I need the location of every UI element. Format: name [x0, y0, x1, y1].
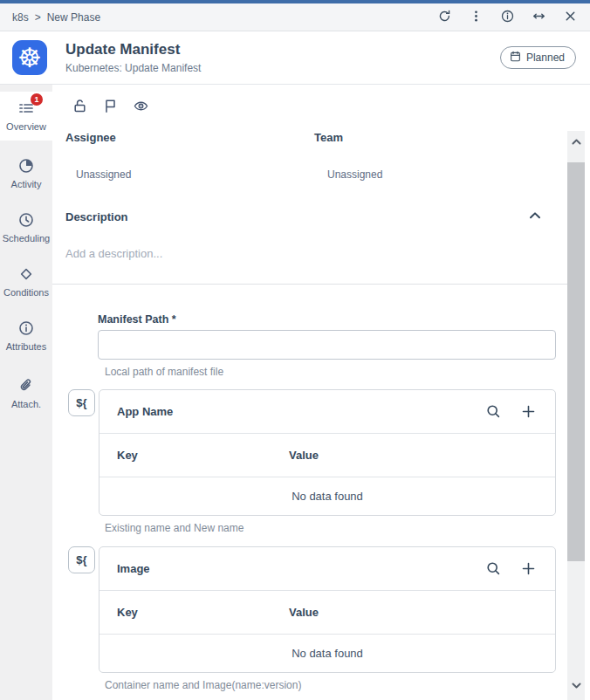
vertical-scrollbar[interactable] [567, 131, 585, 700]
search-button[interactable] [486, 404, 501, 419]
assignee-label: Assignee [65, 131, 116, 144]
sidebar-item-label: Conditions [3, 287, 49, 298]
status-badge-label: Planned [526, 51, 565, 64]
info-icon [501, 10, 514, 25]
status-badge[interactable]: Planned [500, 46, 576, 69]
chevron-down-icon [571, 680, 582, 694]
sidebar: 1 Overview Activity Scheduling Condition… [0, 85, 52, 700]
topbar-actions [432, 6, 583, 29]
diamond-icon [18, 266, 34, 282]
image-table-header: Image [99, 547, 555, 591]
sidebar-item-attributes[interactable]: Attributes [0, 312, 52, 360]
breadcrumb: k8s > New Phase [12, 11, 100, 24]
value-column-header: Value [289, 606, 319, 619]
app-name-helper: Existing name and New name [105, 522, 244, 534]
sidebar-item-activity[interactable]: Activity [0, 149, 52, 198]
key-column-header: Key [117, 449, 138, 462]
table-title: Image [117, 562, 486, 575]
breadcrumb-item-new-phase: New Phase [47, 11, 100, 24]
sidebar-item-scheduling[interactable]: Scheduling [0, 203, 52, 252]
key-column-header: Key [117, 606, 138, 619]
add-row-button[interactable] [521, 404, 536, 419]
expand-horizontal-icon [532, 10, 545, 25]
table-title: App Name [117, 405, 486, 418]
expand-button[interactable] [526, 6, 552, 29]
description-input[interactable]: Add a description... [65, 247, 162, 260]
collapse-description-button[interactable] [528, 209, 544, 223]
flag-icon [103, 99, 119, 113]
app-name-table-header: App Name [99, 390, 555, 434]
image-helper: Container name and Image(name:version) [105, 679, 301, 691]
sidebar-item-attachments[interactable]: Attach. [0, 369, 52, 418]
phase-action-icons [72, 98, 149, 113]
kebab-menu-icon [470, 10, 483, 25]
info-icon [18, 320, 34, 336]
sidebar-item-conditions[interactable]: Conditions [0, 257, 52, 306]
manifest-path-label: Manifest Path * [98, 313, 176, 326]
section-divider [52, 284, 567, 285]
sidebar-item-label: Attributes [6, 341, 46, 352]
overview-panel: Assignee Team Unassigned Unassigned Desc… [52, 85, 590, 700]
table-column-headers: Key Value [99, 591, 555, 635]
sidebar-item-label: Overview [6, 121, 46, 132]
page-subtitle: Kubernetes: Update Manifest [65, 62, 500, 74]
sidebar-item-label: Attach. [11, 399, 41, 409]
manifest-path-input[interactable] [98, 330, 556, 360]
list-icon: 1 [18, 100, 34, 116]
app-name-table: App Name Key Value No data found [99, 389, 556, 516]
main-area: 1 Overview Activity Scheduling Condition… [0, 85, 590, 700]
team-value[interactable]: Unassigned [327, 168, 382, 181]
kubernetes-logo: ☸ [12, 40, 47, 75]
empty-state-text: No data found [99, 635, 555, 672]
close-button[interactable] [558, 6, 583, 29]
manifest-path-helper: Local path of manifest file [105, 366, 223, 378]
value-column-header: Value [289, 449, 319, 462]
breadcrumb-item-k8s[interactable]: k8s [12, 11, 29, 24]
watch-button[interactable] [134, 98, 149, 113]
paperclip-icon [18, 378, 34, 394]
topbar: k8s > New Phase [0, 3, 590, 31]
scroll-up-button[interactable] [567, 134, 585, 153]
empty-state-text: No data found [99, 477, 555, 515]
lock-button[interactable] [72, 98, 88, 113]
variable-token-button-app-name[interactable]: ${ [68, 389, 95, 416]
clock-icon [18, 212, 34, 228]
sidebar-item-label: Activity [11, 179, 42, 189]
variable-token-button-image[interactable]: ${ [68, 546, 95, 573]
search-button[interactable] [486, 561, 501, 576]
team-label: Team [314, 131, 343, 144]
refresh-button[interactable] [432, 6, 457, 29]
scroll-down-button[interactable] [567, 677, 585, 697]
plus-icon [521, 404, 536, 419]
table-column-headers: Key Value [99, 434, 555, 477]
eye-icon [134, 99, 149, 113]
search-icon [486, 561, 501, 576]
phase-header: ☸ Update Manifest Kubernetes: Update Man… [0, 31, 590, 85]
assignee-value[interactable]: Unassigned [76, 168, 131, 181]
notification-badge: 1 [31, 93, 43, 106]
scrollbar-thumb[interactable] [567, 162, 585, 561]
close-icon [564, 10, 577, 25]
pie-chart-icon [18, 158, 34, 174]
calendar-icon [510, 51, 521, 65]
more-options-button[interactable] [463, 6, 489, 29]
flag-button[interactable] [103, 98, 119, 113]
refresh-icon [438, 10, 451, 25]
chevron-up-icon [528, 209, 544, 223]
sidebar-item-overview[interactable]: 1 Overview [0, 92, 52, 141]
add-row-button[interactable] [521, 561, 536, 576]
description-label: Description [65, 210, 128, 223]
page-title: Update Manifest [65, 41, 500, 58]
phase-header-text: Update Manifest Kubernetes: Update Manif… [65, 41, 500, 74]
sidebar-item-label: Scheduling [3, 233, 50, 244]
breadcrumb-separator: > [35, 11, 41, 24]
plus-icon [521, 561, 536, 576]
table-actions [486, 561, 536, 576]
image-table: Image Key Value No data found [99, 546, 556, 673]
info-button[interactable] [495, 6, 520, 29]
chevron-up-icon [571, 136, 582, 150]
search-icon [486, 404, 501, 419]
lock-open-icon [72, 99, 88, 113]
table-actions [486, 404, 536, 419]
